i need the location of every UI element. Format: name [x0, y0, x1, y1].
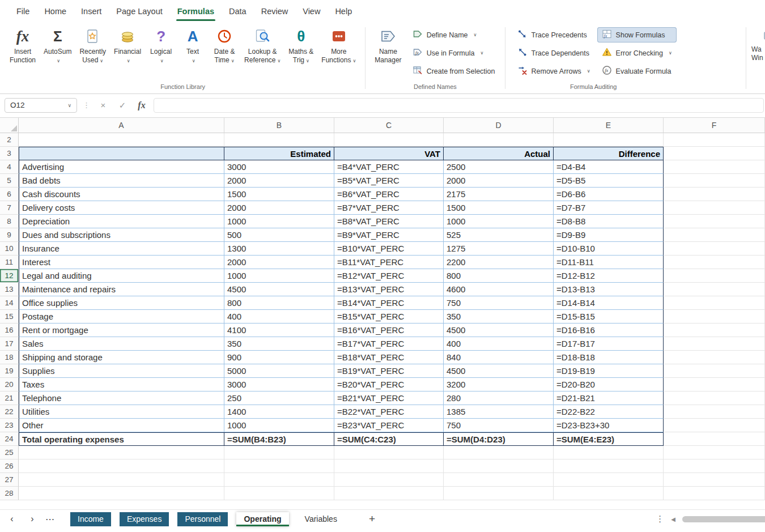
cell-f26[interactable]	[664, 459, 765, 473]
cell-e19[interactable]: =D19-B19	[554, 364, 664, 378]
row-header-16[interactable]: 16	[0, 324, 19, 337]
cell-f23[interactable]	[664, 419, 765, 432]
cell-c8[interactable]: =B8*VAT_PERC	[334, 215, 444, 228]
row-header-19[interactable]: 19	[0, 364, 19, 378]
cell-c28[interactable]	[334, 487, 444, 500]
cell-b2[interactable]	[224, 133, 334, 147]
column-header-a[interactable]: A	[19, 118, 224, 133]
cell-f7[interactable]	[664, 201, 765, 215]
cell-e5[interactable]: =D5-B5	[554, 174, 664, 188]
name-box[interactable]: O12 ∨	[5, 98, 77, 113]
row-header-7[interactable]: 7	[0, 201, 19, 215]
cell-d13[interactable]: 4600	[444, 283, 554, 296]
cell-a23[interactable]: Other	[19, 419, 224, 432]
cell-b27[interactable]	[224, 473, 334, 487]
cell-e11[interactable]: =D11-B11	[554, 256, 664, 269]
menu-tab-review[interactable]: Review	[254, 0, 296, 23]
cell-d25[interactable]	[444, 446, 554, 459]
cell-c9[interactable]: =B9*VAT_PERC	[334, 228, 444, 242]
row-header-17[interactable]: 17	[0, 337, 19, 351]
insert-function-icon[interactable]: fx	[134, 100, 149, 110]
cell-e12[interactable]: =D12-B12	[554, 269, 664, 283]
menu-tab-view[interactable]: View	[295, 0, 328, 23]
cell-c15[interactable]: =B15*VAT_PERC	[334, 310, 444, 324]
cell-f12[interactable]	[664, 269, 765, 283]
row-header-28[interactable]: 28	[0, 487, 19, 500]
cell-a25[interactable]	[19, 446, 224, 459]
ribbon-button-use-in-formula[interactable]: fxUse in Formula∨	[408, 45, 500, 61]
sheets-prev-icon[interactable]: ‹	[3, 514, 20, 524]
cell-b22[interactable]: 1400	[224, 405, 334, 419]
cell-f6[interactable]	[664, 188, 765, 201]
cell-e7[interactable]: =D7-B7	[554, 201, 664, 215]
cell-a21[interactable]: Telephone	[19, 391, 224, 405]
cell-e21[interactable]: =D21-B21	[554, 391, 664, 405]
row-header-25[interactable]: 25	[0, 446, 19, 459]
cell-f3[interactable]	[664, 147, 765, 160]
menu-tab-file[interactable]: File	[9, 0, 37, 23]
row-header-18[interactable]: 18	[0, 351, 19, 364]
cell-e28[interactable]	[554, 487, 664, 500]
row-header-26[interactable]: 26	[0, 459, 19, 473]
ribbon-button-watch-window-clipped[interactable]: WaWin	[749, 26, 765, 62]
cell-a19[interactable]: Supplies	[19, 364, 224, 378]
cell-e4[interactable]: =D4-B4	[554, 160, 664, 174]
enter-icon[interactable]: ✓	[115, 100, 130, 110]
cell-f2[interactable]	[664, 133, 765, 147]
sheet-tab-expenses[interactable]: Expenses	[120, 512, 169, 526]
cell-e2[interactable]	[554, 133, 664, 147]
row-header-8[interactable]: 8	[0, 215, 19, 228]
cell-b28[interactable]	[224, 487, 334, 500]
cell-f8[interactable]	[664, 215, 765, 228]
cell-e14[interactable]: =D14-B14	[554, 296, 664, 310]
cell-e8[interactable]: =D8-B8	[554, 215, 664, 228]
cell-d14[interactable]: 750	[444, 296, 554, 310]
cell-f18[interactable]	[664, 351, 765, 364]
column-header-b[interactable]: B	[224, 118, 334, 133]
cell-c16[interactable]: =B16*VAT_PERC	[334, 324, 444, 337]
cell-b8[interactable]: 1000	[224, 215, 334, 228]
cell-c21[interactable]: =B21*VAT_PERC	[334, 391, 444, 405]
cell-a15[interactable]: Postage	[19, 310, 224, 324]
cell-d22[interactable]: 1385	[444, 405, 554, 419]
more-options-icon[interactable]: ⋮	[656, 514, 664, 524]
cell-c18[interactable]: =B18*VAT_PERC	[334, 351, 444, 364]
ribbon-button-define-name[interactable]: Define Name∨	[408, 27, 500, 42]
cell-a16[interactable]: Rent or mortgage	[19, 324, 224, 337]
cell-b26[interactable]	[224, 459, 334, 473]
cell-d8[interactable]: 1000	[444, 215, 554, 228]
cell-d17[interactable]: 400	[444, 337, 554, 351]
row-header-12[interactable]: 12	[0, 269, 19, 283]
cell-a2[interactable]	[19, 133, 224, 147]
cell-a9[interactable]: Dues and subscriptions	[19, 228, 224, 242]
cell-b21[interactable]: 250	[224, 391, 334, 405]
cell-b6[interactable]: 1500	[224, 188, 334, 201]
cancel-icon[interactable]: ×	[96, 100, 110, 110]
cell-d11[interactable]: 2200	[444, 256, 554, 269]
cell-d4[interactable]: 2500	[444, 160, 554, 174]
ribbon-button-insert-function[interactable]: fxInsertFunction	[7, 24, 39, 66]
ribbon-button-autosum[interactable]: ΣAutoSum∨	[41, 24, 74, 67]
cell-f19[interactable]	[664, 364, 765, 378]
sheet-tab-operating[interactable]: Operating	[236, 512, 288, 526]
cell-f4[interactable]	[664, 160, 765, 174]
cell-c3[interactable]: VAT	[334, 147, 444, 160]
menu-tab-help[interactable]: Help	[328, 0, 359, 23]
cell-f22[interactable]	[664, 405, 765, 419]
cell-d21[interactable]: 280	[444, 391, 554, 405]
cell-b3[interactable]: Estimated	[224, 147, 334, 160]
cell-f10[interactable]	[664, 242, 765, 256]
cell-d16[interactable]: 4500	[444, 324, 554, 337]
cell-c7[interactable]: =B7*VAT_PERC	[334, 201, 444, 215]
cell-b23[interactable]: 1000	[224, 419, 334, 432]
cell-d10[interactable]: 1275	[444, 242, 554, 256]
cell-d26[interactable]	[444, 459, 554, 473]
cell-e13[interactable]: =D13-B13	[554, 283, 664, 296]
cell-a13[interactable]: Maintenance and repairs	[19, 283, 224, 296]
cell-b4[interactable]: 3000	[224, 160, 334, 174]
cell-d2[interactable]	[444, 133, 554, 147]
cell-a4[interactable]: Advertising	[19, 160, 224, 174]
cell-b12[interactable]: 1000	[224, 269, 334, 283]
cell-a10[interactable]: Insurance	[19, 242, 224, 256]
cell-d15[interactable]: 350	[444, 310, 554, 324]
